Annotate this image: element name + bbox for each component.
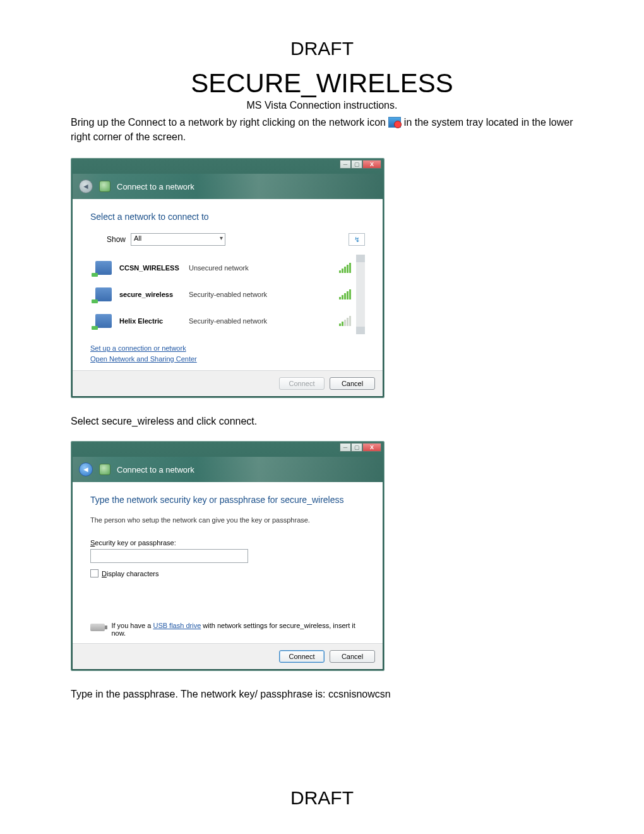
- back-button[interactable]: ◄: [79, 462, 93, 476]
- network-type: Security-enabled network: [189, 317, 339, 325]
- window1-links: Set up a connection or network Open Netw…: [90, 343, 365, 364]
- page-subtitle: MS Vista Connection instructions.: [71, 100, 573, 111]
- network-type: Security-enabled network: [189, 291, 339, 298]
- usb-hint-row: If you have a USB flash drive with netwo…: [90, 622, 365, 637]
- show-label: Show: [107, 235, 126, 244]
- passphrase-label-rest: ecurity key or passphrase:: [95, 539, 176, 547]
- window2-heading: Type the network security key or passphr…: [90, 495, 365, 505]
- network-globe-icon: [99, 464, 110, 475]
- window1-button-bar: Connect Cancel: [73, 370, 383, 396]
- signal-strength-icon: [339, 316, 351, 326]
- signal-strength-icon: [339, 263, 351, 273]
- show-filter-row: Show All ↯: [90, 233, 365, 246]
- network-name: CCSN_WIRELESS: [119, 264, 189, 272]
- network-row[interactable]: Helix Electric Security-enabled network: [90, 308, 356, 334]
- back-button[interactable]: ◄: [79, 179, 93, 193]
- window2-header-bar: ◄ Connect to a network: [73, 457, 383, 482]
- network-type: Unsecured network: [189, 264, 339, 272]
- minimize-button[interactable]: ─: [340, 160, 351, 169]
- display-characters-row[interactable]: Display characters: [90, 569, 365, 577]
- signal-strength-icon: [339, 289, 351, 299]
- close-button[interactable]: X: [362, 160, 381, 169]
- minimize-button[interactable]: ─: [340, 443, 351, 452]
- connect-network-window-2: ─ ▢ X ◄ Connect to a network Type the ne…: [71, 441, 385, 671]
- network-name: Helix Electric: [119, 317, 189, 325]
- close-button[interactable]: X: [362, 443, 381, 452]
- intro-paragraph: Bring up the Connect to a network by rig…: [71, 115, 573, 144]
- display-characters-label: Display characters: [102, 570, 159, 577]
- network-globe-icon: [99, 181, 110, 192]
- usb-flash-drive-link[interactable]: USB flash drive: [153, 622, 201, 629]
- window1-header-bar: ◄ Connect to a network: [73, 174, 383, 199]
- usb-text-pre: If you have a: [111, 622, 153, 629]
- usb-drive-icon: [90, 624, 105, 631]
- window1-heading: Select a network to connect to: [90, 212, 365, 222]
- step2-text: Select secure_wireless and click connect…: [71, 416, 573, 427]
- open-network-center-link[interactable]: Open Network and Sharing Center: [90, 354, 365, 365]
- network-row[interactable]: CCSN_WIRELESS Unsecured network: [90, 255, 356, 281]
- network-tray-icon: [388, 117, 401, 128]
- intro-text-pre: Bring up the Connect to a network by rig…: [71, 117, 386, 128]
- passphrase-input[interactable]: [90, 549, 248, 563]
- maximize-button[interactable]: ▢: [351, 443, 362, 452]
- connect-network-window-1: ─ ▢ X ◄ Connect to a network Select a ne…: [71, 158, 385, 398]
- setup-connection-link[interactable]: Set up a connection or network: [90, 343, 365, 354]
- usb-hint-text: If you have a USB flash drive with netwo…: [111, 622, 365, 637]
- window1-titlebar: ─ ▢ X: [73, 160, 383, 174]
- step3-text: Type in the passphrase. The network key/…: [71, 689, 573, 700]
- window1-title: Connect to a network: [117, 182, 194, 191]
- connect-button[interactable]: Connect: [279, 650, 325, 663]
- window1-body: Select a network to connect to Show All …: [73, 199, 383, 370]
- refresh-button[interactable]: ↯: [349, 233, 365, 246]
- network-icon: [95, 287, 112, 301]
- draft-footer: DRAFT: [0, 787, 644, 809]
- draft-header: DRAFT: [71, 38, 573, 59]
- page-title: SECURE_WIRELESS: [71, 68, 573, 99]
- passphrase-label: Security key or passphrase:: [90, 539, 365, 547]
- network-name: secure_wireless: [119, 291, 189, 298]
- display-characters-checkbox[interactable]: [90, 569, 98, 577]
- window2-description: The person who setup the network can giv…: [90, 516, 365, 524]
- window2-button-bar: Connect Cancel: [73, 643, 383, 669]
- window2-titlebar: ─ ▢ X: [73, 443, 383, 457]
- network-row[interactable]: secure_wireless Security-enabled network: [90, 281, 356, 308]
- network-icon: [95, 261, 112, 275]
- cancel-button[interactable]: Cancel: [330, 377, 375, 390]
- display-label-accel: D: [102, 570, 107, 577]
- network-icon: [95, 314, 112, 328]
- show-dropdown[interactable]: All: [131, 233, 225, 246]
- cancel-button[interactable]: Cancel: [330, 650, 375, 663]
- display-label-rest: isplay characters: [107, 570, 159, 577]
- network-list: CCSN_WIRELESS Unsecured network secure_w…: [90, 255, 365, 334]
- window2-body: Type the network security key or passphr…: [73, 482, 383, 643]
- connect-button[interactable]: Connect: [279, 377, 325, 390]
- window2-title: Connect to a network: [117, 465, 194, 474]
- maximize-button[interactable]: ▢: [351, 160, 362, 169]
